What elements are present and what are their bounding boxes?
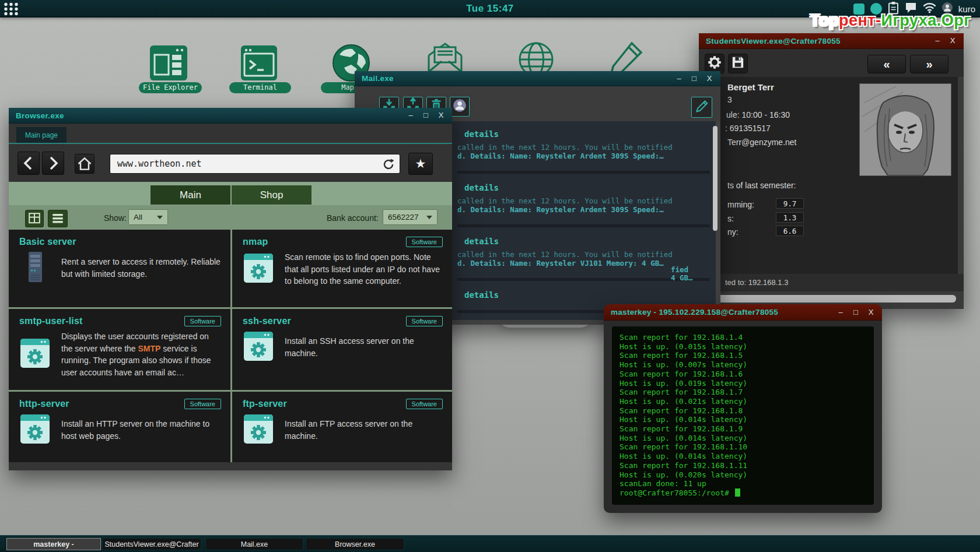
terminal-output[interactable]: Scan report for 192.168.1.4Host is up. (…	[612, 326, 874, 505]
taskbar-button[interactable]: StudentsViewer.exe@Crafter	[102, 538, 201, 550]
shop-item-title: http-server	[19, 399, 69, 409]
shop-item-description: Install an SSH access server on the mach…	[285, 335, 443, 359]
terminal-window: masterkey - 195.102.229.158@Crafter78055…	[604, 304, 882, 513]
site-tab-main[interactable]: Main	[150, 185, 230, 205]
show-filter-select[interactable]: All	[128, 209, 168, 225]
terminal-label[interactable]: Terminal	[229, 82, 291, 93]
grade-value: 1.3	[776, 212, 804, 223]
watermark-part2: рент-	[839, 12, 881, 29]
file-explorer-icon[interactable]	[150, 45, 187, 83]
gear-icon	[706, 54, 723, 73]
terminal-line: Host is up. (0.014s latency)	[620, 415, 866, 424]
terminal-cursor	[735, 488, 740, 497]
maximize-button[interactable]: □	[422, 111, 430, 119]
taskbar-button[interactable]: Browser.exe	[306, 538, 404, 550]
refresh-icon[interactable]	[382, 158, 395, 173]
shop-item-description: Scan remote ips to find open ports. Note…	[285, 251, 443, 287]
minimize-button[interactable]: –	[407, 111, 415, 119]
server-icon	[19, 251, 51, 283]
compose-pencil-icon	[694, 98, 710, 117]
show-filter-label: Show:	[104, 213, 127, 223]
mail-titlebar[interactable]: Mail.exe – □ X	[355, 71, 720, 86]
close-button[interactable]: X	[437, 111, 445, 119]
software-icon	[243, 331, 274, 364]
student-schedule: ule: 10:00 - 16:30	[726, 110, 790, 119]
shop-item-title: smtp-user-list	[19, 316, 83, 326]
software-badge: Software	[184, 399, 221, 409]
mail-subject: details	[464, 237, 710, 246]
students-viewer-titlebar[interactable]: StudentsViewer.exe@Crafter78055 – X	[699, 33, 964, 49]
mail-preview-line: called in the next 12 hours. You will be…	[457, 143, 710, 152]
bank-account-value: 6562227	[388, 213, 419, 221]
list-icon	[50, 212, 66, 226]
contacts-button[interactable]	[450, 97, 470, 117]
mail-overflow-text: 4 GB…	[671, 273, 693, 282]
maximize-button[interactable]: □	[690, 75, 698, 83]
compose-button[interactable]	[691, 97, 712, 118]
shop-item[interactable]: ssh-serverSoftwareInstall an SSH access …	[232, 309, 452, 390]
shop-item-description: Rent a server to access it remotely. Rel…	[61, 256, 221, 280]
mail-scrollbar[interactable]	[713, 126, 718, 231]
highlighted-term: SMTP	[138, 344, 161, 353]
grid-icon	[27, 212, 42, 226]
minimize-button[interactable]: –	[836, 308, 845, 317]
next-student-button[interactable]: »	[910, 55, 949, 73]
forward-button[interactable]	[42, 152, 64, 175]
url-bar[interactable]: www.wortheon.net	[110, 154, 400, 174]
watermark: Торрент-Игруха.Орг	[810, 12, 971, 30]
bank-account-label: Bank account:	[327, 213, 379, 223]
software-badge: Software	[406, 316, 443, 326]
shop-item[interactable]: nmapSoftwareScan remote ips to find open…	[232, 230, 452, 307]
bookmark-button[interactable]: ★	[408, 153, 433, 175]
mail-preview-line: d. Details: Name: Reysteler Ardent 309S …	[457, 152, 710, 161]
browser-title: Browser.exe	[16, 111, 64, 120]
close-button[interactable]: X	[949, 37, 957, 45]
site-tab-shop[interactable]: Shop	[232, 185, 312, 205]
watermark-part3: Игруха.Орг	[881, 12, 971, 29]
shop-item[interactable]: http-serverSoftwareInstall an HTTP serve…	[9, 392, 230, 462]
close-button[interactable]: X	[705, 75, 713, 83]
chevron-down-icon	[426, 216, 432, 219]
taskbar-button[interactable]: masterkey -	[6, 538, 101, 550]
star-icon: ★	[415, 157, 426, 171]
student-phone: : 691351517	[725, 124, 771, 133]
maximize-button[interactable]: □	[852, 308, 860, 317]
terminal-titlebar[interactable]: masterkey - 195.102.229.158@Crafter78055…	[604, 304, 882, 321]
bank-account-select[interactable]: 6562227	[383, 209, 438, 225]
shop-item-title: Basic server	[19, 237, 76, 247]
settings-button[interactable]	[705, 54, 724, 73]
previous-student-button[interactable]: «	[867, 55, 906, 73]
site-header: Main Shop	[9, 182, 452, 205]
home-button[interactable]	[75, 154, 94, 174]
mail-list-item[interactable]: detailscalled in the next 12 hours. You …	[457, 128, 710, 174]
back-button[interactable]	[18, 152, 40, 175]
grade-value: 9.7	[776, 198, 804, 209]
file-explorer-label[interactable]: File Explorer	[139, 82, 202, 93]
browser-page: Main Shop Show: All	[9, 182, 452, 462]
terminal-line: Scan report for 192.168.1.10	[620, 442, 866, 452]
grid-view-button[interactable]	[25, 210, 44, 227]
floppy-icon	[730, 55, 746, 72]
terminal-line: root@Crafter78055:/root#	[620, 488, 866, 498]
minimize-button[interactable]: –	[675, 75, 683, 83]
close-button[interactable]: X	[867, 308, 875, 317]
browser-titlebar[interactable]: Browser.exe – □ X	[9, 108, 452, 124]
mail-list-item[interactable]: detailscalled in the next 12 hours. You …	[457, 174, 710, 227]
shop-item[interactable]: ftp-serverSoftwareInstall an FTP access …	[232, 392, 452, 462]
taskbar-button[interactable]: Mail.exe	[205, 538, 303, 550]
student-record: Berget Terr 3 ule: 10:00 - 16:30 : 69135…	[705, 77, 958, 274]
software-icon	[243, 331, 274, 362]
terminal-line: Scan report for 192.168.1.4	[620, 333, 866, 342]
browser-tab[interactable]: Main page	[16, 127, 66, 143]
shop-item[interactable]: smtp-user-listSoftwareDisplays the user …	[9, 309, 230, 390]
save-button[interactable]	[728, 54, 748, 73]
show-filter-value: All	[134, 213, 142, 221]
shop-item[interactable]: Basic serverRent a server to access it r…	[9, 230, 230, 307]
terminal-icon[interactable]	[241, 45, 277, 83]
list-view-button[interactable]	[48, 210, 68, 227]
horizontal-scrollbar[interactable]	[709, 295, 956, 303]
grade-label: s:	[727, 214, 734, 223]
minimize-button[interactable]: –	[933, 37, 942, 45]
mail-subject: details	[464, 129, 710, 139]
shop-item-title: ssh-server	[243, 316, 291, 326]
